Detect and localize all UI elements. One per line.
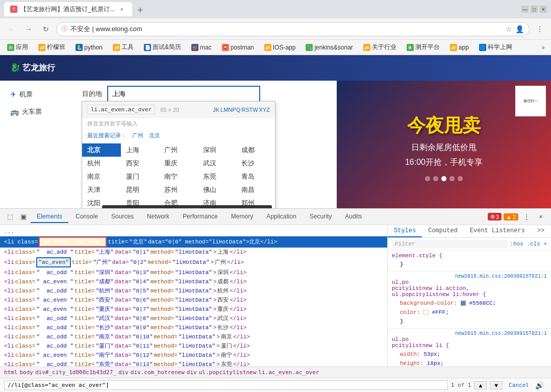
tab-elements[interactable]: Elements bbox=[31, 211, 68, 223]
dom-panel[interactable]: ... <li class="ac_even ac_over" title="北… bbox=[0, 225, 388, 366]
dom-line-12[interactable]: <li class=" ac_odd " title="厦门" data="0|… bbox=[0, 341, 387, 351]
bookmark-10[interactable]: 🖥 测开平台 bbox=[404, 42, 443, 53]
alphabet-lmnpq[interactable]: LMNPQ bbox=[220, 107, 240, 113]
city-wuhan[interactable]: 武汉 bbox=[198, 157, 237, 170]
bookmark-apps[interactable]: ⊞ 应用 bbox=[4, 42, 31, 53]
search-next-button[interactable]: ▼ bbox=[490, 381, 503, 389]
filter-extras[interactable]: :hov .cls + bbox=[510, 241, 547, 247]
bookmark-6[interactable]: 📮 postman bbox=[219, 43, 257, 52]
error-badge[interactable]: ⊗ 3 bbox=[488, 213, 502, 220]
flights-nav-item[interactable]: ✈ 机票 bbox=[10, 86, 61, 103]
tab-network[interactable]: Network bbox=[141, 211, 176, 223]
city-nanjing[interactable]: 南京 bbox=[82, 170, 121, 183]
dom-dots-line[interactable]: ... bbox=[0, 227, 387, 236]
minimize-button[interactable]: — bbox=[521, 6, 529, 13]
device-toolbar-button[interactable]: ▣ bbox=[17, 211, 30, 223]
dom-line-6[interactable]: <li class=" ac_odd " title="杭州" data="0|… bbox=[0, 286, 387, 296]
bookmark-9[interactable]: 📁 关于行业 bbox=[360, 42, 399, 53]
tab-performance[interactable]: Performance bbox=[177, 211, 224, 223]
tab-security[interactable]: Security bbox=[304, 211, 338, 223]
city-qingdao[interactable]: 青岛 bbox=[236, 170, 275, 183]
warning-badge[interactable]: ▲ 2 bbox=[504, 213, 518, 220]
city-kunming[interactable]: 昆明 bbox=[121, 183, 160, 197]
speaker-icon[interactable]: 🔊 bbox=[535, 381, 544, 389]
city-chengdu[interactable]: 成都 bbox=[236, 143, 275, 157]
history-city-1[interactable]: 广州 bbox=[132, 132, 143, 138]
breadcrumb-html[interactable]: html bbox=[4, 369, 18, 376]
breadcrumb-div2[interactable]: div bbox=[187, 369, 197, 376]
styles-tab-computed[interactable]: Computed bbox=[422, 225, 464, 237]
back-button[interactable]: ← bbox=[4, 22, 18, 36]
tab-console[interactable]: Console bbox=[69, 211, 104, 223]
city-suzhou[interactable]: 苏州 bbox=[159, 183, 198, 197]
breadcrumb-div[interactable]: div bbox=[118, 369, 129, 376]
breadcrumb-body[interactable]: body bbox=[20, 369, 34, 376]
city-changsha[interactable]: 长沙 bbox=[236, 157, 275, 170]
banner-dot-4[interactable] bbox=[449, 176, 455, 181]
new-tab-button[interactable]: + bbox=[134, 4, 146, 16]
tab-application[interactable]: Application bbox=[260, 211, 303, 223]
dom-line-4[interactable]: <li class=" ac_odd " title="深圳" data="0|… bbox=[0, 268, 387, 277]
dom-line-8[interactable]: <li class=" ac_even " title="重庆" data="0… bbox=[0, 305, 387, 314]
bookmark-8[interactable]: 🔧 jenkins&sonar bbox=[303, 43, 356, 52]
city-nanchang[interactable]: 南昌 bbox=[236, 183, 275, 197]
browser-tab[interactable]: 艺 【艺龙旅行网】酒店预订_机票订... × bbox=[4, 2, 132, 16]
alphabet-rstw[interactable]: RSTW bbox=[241, 107, 258, 113]
tab-sources[interactable]: Sources bbox=[105, 211, 140, 223]
dom-selected-line[interactable]: <li class="ac_even ac_over" title="北京" d… bbox=[0, 236, 387, 248]
alphabet-jk[interactable]: JK bbox=[213, 107, 219, 113]
forward-button[interactable]: → bbox=[21, 22, 36, 36]
bookmark-2[interactable]: 🐍 python bbox=[72, 43, 106, 52]
hover-style-source[interactable]: new2015.min.css:20030915T021:1 bbox=[455, 274, 547, 279]
search-cancel-button[interactable]: Cancel bbox=[506, 381, 532, 389]
city-xian[interactable]: 西安 bbox=[121, 157, 160, 170]
city-dongguan[interactable]: 东莞 bbox=[198, 170, 237, 183]
filter-placeholder-text[interactable]: Filter bbox=[392, 240, 508, 248]
styles-tab-more[interactable]: >> bbox=[531, 225, 550, 237]
dom-line-10[interactable]: <li class=" ac_odd " title="长沙" data="0|… bbox=[0, 323, 387, 332]
trains-nav-item[interactable]: 🚌 火车票 bbox=[10, 103, 61, 120]
styles-tab-styles[interactable]: Styles bbox=[388, 225, 422, 237]
dom-line-5[interactable]: <li class=" ac_even " title="成都" data="0… bbox=[0, 277, 387, 286]
li-style-source[interactable]: new2015.min.css:20030915T021:1 bbox=[455, 331, 547, 336]
bookmark-1[interactable]: 📁 柠檬班 bbox=[35, 42, 68, 53]
city-xiamen[interactable]: 厦门 bbox=[121, 170, 160, 183]
city-guangzhou[interactable]: 广州 bbox=[159, 143, 198, 157]
tab-audits[interactable]: Audits bbox=[339, 211, 368, 223]
tab-close-button[interactable]: × bbox=[118, 5, 126, 13]
alphabet-groups[interactable]: JK LMNPQ RSTW XYZ bbox=[213, 107, 270, 113]
bookmarks-more-button[interactable]: » bbox=[539, 43, 547, 52]
city-shanghai[interactable]: 上海 bbox=[121, 143, 160, 157]
styles-tab-event-listeners[interactable]: Event Listeners bbox=[464, 225, 531, 237]
banner-dot-3[interactable] bbox=[441, 176, 446, 181]
close-button[interactable]: × bbox=[540, 6, 547, 13]
city-nanning[interactable]: 南宁 bbox=[159, 170, 198, 183]
bookmark-7[interactable]: 📁 IOS-app bbox=[261, 43, 299, 52]
address-bar[interactable]: ⓘ 不安全 | www.elong.com ☆ 👤 bbox=[56, 22, 530, 36]
banner-dot-2[interactable] bbox=[433, 176, 438, 181]
city-chongqing[interactable]: 重庆 bbox=[159, 157, 198, 170]
city-tianjin[interactable]: 天津 bbox=[82, 183, 121, 197]
element-picker-button[interactable]: ⬚ bbox=[4, 211, 16, 223]
dom-line-11[interactable]: <li class=" ac_odd " title="南京" data="0|… bbox=[0, 332, 387, 341]
breadcrumb-ul-popcitylistnew[interactable]: ul.popcitylistnew bbox=[199, 369, 257, 376]
dom-line-14[interactable]: <li class=" ac_odd " title="东莞" data="0|… bbox=[0, 360, 387, 366]
dom-line-3[interactable]: <li class="ac_even" title="广州" data="0|2… bbox=[0, 257, 387, 268]
banner-dot-5[interactable] bbox=[458, 176, 463, 181]
city-beijing[interactable]: 北京 bbox=[82, 143, 121, 157]
city-hangzhou[interactable]: 杭州 bbox=[82, 157, 121, 170]
bookmark-4[interactable]: 📄 面试&简历 bbox=[141, 42, 184, 53]
bookmark-12[interactable]: 🌐 科学上网 bbox=[476, 42, 515, 53]
bookmark-star-icon[interactable]: ☆ bbox=[506, 25, 512, 33]
breadcrumb-li-ac[interactable]: li.ac_even.ac_over bbox=[258, 369, 319, 376]
dom-line-9[interactable]: <li class=" ac_odd " title="武汉" data="0|… bbox=[0, 314, 387, 323]
devtools-search-input[interactable] bbox=[4, 380, 448, 390]
devtools-close-button[interactable]: × bbox=[535, 211, 547, 223]
destination-input[interactable] bbox=[107, 86, 260, 102]
bookmark-11[interactable]: 📁 app bbox=[447, 43, 472, 52]
refresh-button[interactable]: ↻ bbox=[39, 22, 53, 36]
bookmark-3[interactable]: 📁 工具 bbox=[110, 42, 137, 53]
dom-line-7[interactable]: <li class=" ac_even " title="西安" data="0… bbox=[0, 296, 387, 305]
city-shenzhen[interactable]: 深圳 bbox=[198, 143, 237, 157]
history-city-2[interactable]: 北京 bbox=[149, 132, 160, 138]
